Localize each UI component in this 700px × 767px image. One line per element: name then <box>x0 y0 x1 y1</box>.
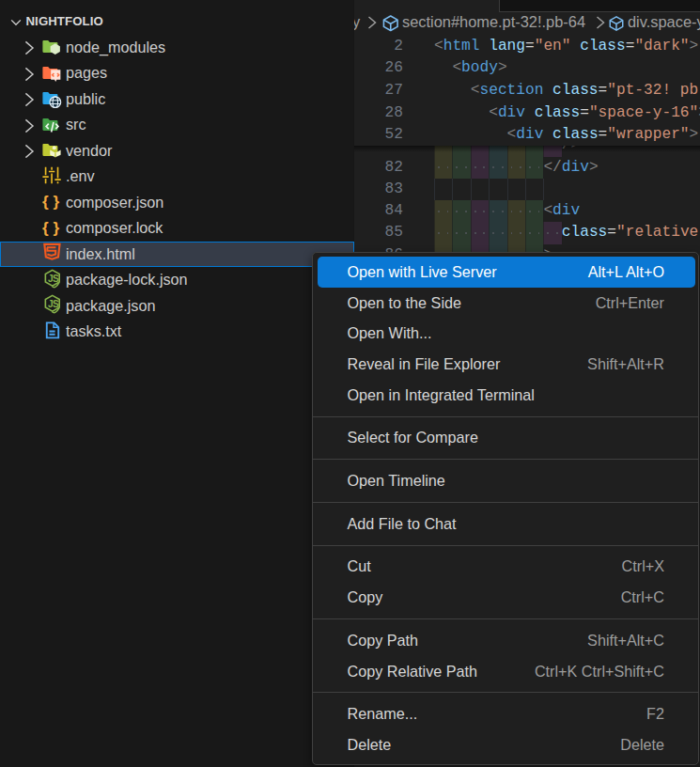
svg-text:{: { <box>42 217 49 236</box>
svg-text:JS: JS <box>48 299 59 309</box>
svg-text:{: { <box>42 192 49 211</box>
svg-text:JS: JS <box>48 274 59 284</box>
svg-text:}: } <box>53 217 59 236</box>
svg-text:}: } <box>53 192 59 211</box>
